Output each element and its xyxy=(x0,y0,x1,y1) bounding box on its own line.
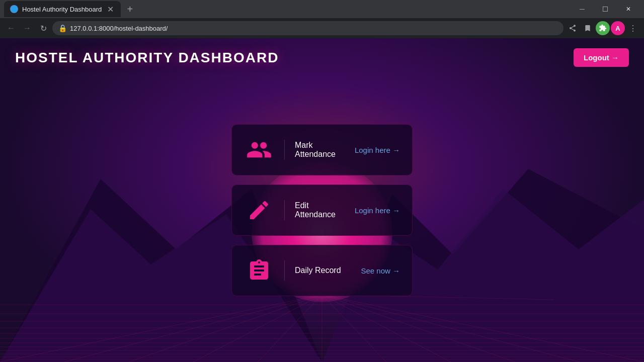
main-content: HOSTEL AUTHORITY DASHBOARD Logout → Mark… xyxy=(0,38,644,362)
lock-icon: 🔒 xyxy=(58,24,67,32)
active-tab[interactable]: 🌐 Hostel Authority Dashboard ✕ xyxy=(4,1,121,17)
cards-container: Mark Attendance Login here → Edit Attend… xyxy=(231,124,413,296)
tab-close-button[interactable]: ✕ xyxy=(106,5,115,14)
card-divider-2 xyxy=(284,200,285,220)
daily-record-icon xyxy=(244,255,274,286)
card-divider-1 xyxy=(284,140,285,160)
edit-attendance-card[interactable]: Edit Attendance Login here → xyxy=(231,185,413,236)
tab-bar: 🌐 Hostel Authority Dashboard ✕ + ✕ xyxy=(0,0,644,18)
reload-button[interactable]: ↻ xyxy=(36,21,50,35)
new-tab-button[interactable]: + xyxy=(123,2,137,16)
daily-record-label: Daily Record xyxy=(295,266,351,275)
edit-attendance-label: Edit Attendance xyxy=(295,201,345,219)
daily-record-link[interactable]: See now → xyxy=(361,266,400,275)
daily-record-card[interactable]: Daily Record See now → xyxy=(231,245,413,296)
url-text: 127.0.0.1:8000/hostel-dashboard/ xyxy=(70,25,168,32)
tab-favicon: 🌐 xyxy=(10,5,18,13)
back-button[interactable]: ← xyxy=(4,21,18,35)
browser-chrome: 🌐 Hostel Authority Dashboard ✕ + ✕ ← → ↻… xyxy=(0,0,644,38)
mark-attendance-icon xyxy=(244,135,274,165)
page-title: HOSTEL AUTHORITY DASHBOARD xyxy=(15,50,279,66)
page-header: HOSTEL AUTHORITY DASHBOARD Logout → xyxy=(0,38,644,77)
tab-title: Hostel Authority Dashboard xyxy=(22,6,102,13)
logout-button[interactable]: Logout → xyxy=(574,48,629,67)
bookmark-button[interactable] xyxy=(581,21,595,35)
close-button[interactable]: ✕ xyxy=(617,0,640,18)
forward-button[interactable]: → xyxy=(20,21,34,35)
card-divider-3 xyxy=(284,260,285,281)
mark-attendance-link[interactable]: Login here → xyxy=(355,146,400,154)
profile-icon[interactable]: A xyxy=(611,21,625,35)
window-controls: ✕ xyxy=(571,0,640,18)
toolbar-icons: A ⋮ xyxy=(566,21,640,35)
edit-attendance-link[interactable]: Login here → xyxy=(355,206,400,215)
minimize-button[interactable] xyxy=(571,0,594,18)
svg-rect-0 xyxy=(580,9,585,10)
address-bar-row: ← → ↻ 🔒 127.0.0.1:8000/hostel-dashboard/… xyxy=(0,18,644,38)
edit-attendance-icon xyxy=(244,195,274,225)
svg-rect-1 xyxy=(603,7,608,12)
menu-button[interactable]: ⋮ xyxy=(626,21,640,35)
address-bar[interactable]: 🔒 127.0.0.1:8000/hostel-dashboard/ xyxy=(52,21,564,35)
extensions-button[interactable] xyxy=(596,21,610,35)
mark-attendance-card[interactable]: Mark Attendance Login here → xyxy=(231,124,413,175)
maximize-button[interactable] xyxy=(594,0,617,18)
share-button[interactable] xyxy=(566,21,580,35)
mark-attendance-label: Mark Attendance xyxy=(295,141,345,159)
